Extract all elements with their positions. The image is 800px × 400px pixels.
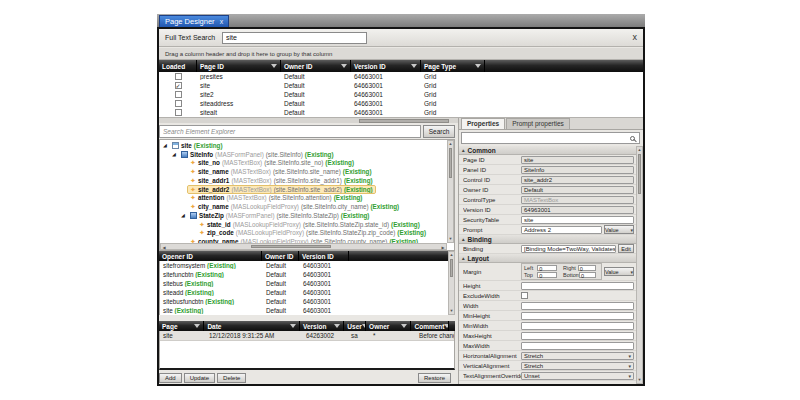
openers-vscrollbar[interactable]: ▲ ▼ [448, 251, 455, 315]
filter-icon[interactable] [290, 324, 296, 328]
prop-value[interactable]: [Binding Mode=TwoWay, ValidatesOnDataErr… [521, 245, 616, 253]
tab-page-designer[interactable]: Page Designer x [159, 15, 229, 27]
prop-value[interactable] [521, 332, 634, 340]
scroll-down-icon[interactable]: ▼ [448, 236, 453, 242]
tree-node[interactable]: ✦state_id(MASLookupFieldProxy)(site.Site… [160, 220, 447, 229]
tree-node[interactable]: ✦attention(MASTextBox)(site.SiteInfo.att… [160, 194, 447, 203]
collapse-icon[interactable]: ▴ [462, 236, 465, 242]
prop-value[interactable] [521, 312, 634, 320]
history-col-page[interactable]: Page [159, 321, 204, 331]
tree-vscrollbar[interactable]: ▲ ▼ [447, 140, 454, 243]
prop-value[interactable] [521, 322, 634, 330]
pages-col-page-id[interactable]: Page ID [197, 60, 281, 72]
pages-grid-row[interactable]: ✓siteDefault64663001Grid [159, 81, 643, 90]
pages-col-page-type[interactable]: Page Type [421, 60, 485, 72]
prop-value[interactable]: Stretch▾ [521, 352, 634, 360]
tree-node[interactable]: ✦site_no(MASTextBox)(site.SiteInfo.site_… [160, 159, 447, 168]
hscrollbar-thumb[interactable] [251, 245, 331, 248]
loaded-checkbox[interactable] [175, 73, 182, 80]
filter-icon[interactable] [341, 64, 347, 68]
pages-col-loaded[interactable]: Loaded [159, 60, 197, 72]
dropdown-arrow-icon[interactable]: ▾ [628, 353, 631, 359]
tab-prompt-properties[interactable]: Prompt properties [506, 118, 570, 129]
section-header-layout[interactable]: ▴Layout [459, 254, 636, 263]
prop-checkbox[interactable] [521, 292, 528, 299]
margin-bottom-input[interactable]: 0 [579, 272, 596, 278]
tree-node[interactable]: ✦zip_code(MASLookupFieldProxy)(site.Site… [160, 229, 447, 238]
expander-icon[interactable]: ◢ [172, 151, 179, 157]
filter-icon[interactable] [411, 64, 417, 68]
loaded-checkbox[interactable] [175, 109, 182, 116]
scroll-up-icon[interactable]: ▲ [637, 147, 642, 153]
vscrollbar-thumb[interactable] [449, 148, 452, 178]
openers-grid-row[interactable]: site (Existing)Default64603001 [160, 306, 448, 315]
openers-grid-row[interactable]: sitebusfuncbtn (Existing)Default64603001 [160, 297, 448, 306]
group-by-bar[interactable]: Drag a column header and drop it here to… [159, 48, 643, 60]
pages-grid-row[interactable]: sitealtDefault64663001Grid [159, 108, 643, 117]
dropdown-arrow-icon[interactable]: ▾ [628, 373, 631, 379]
margin-top-input[interactable]: 0 [537, 272, 557, 278]
pages-col-version-id[interactable]: Version ID [351, 60, 421, 72]
history-col-comment[interactable]: Comment [411, 321, 449, 331]
openers-col-version-id[interactable]: Version ID [299, 251, 349, 261]
history-grid-row[interactable]: site12/12/2018 9:31:25 AM64263002sa*Befo… [160, 331, 454, 341]
prop-value[interactable] [521, 342, 634, 350]
prop-value[interactable] [521, 282, 634, 290]
properties-search-input[interactable] [462, 133, 630, 143]
loaded-checkbox[interactable] [175, 100, 182, 107]
filter-icon[interactable] [475, 64, 481, 68]
scroll-left-icon[interactable]: ◀ [161, 244, 167, 251]
loaded-checkbox[interactable] [175, 91, 182, 98]
filter-icon[interactable] [334, 324, 340, 328]
scroll-down-icon[interactable]: ▼ [637, 377, 642, 383]
pages-col-owner-id[interactable]: Owner ID [281, 60, 351, 72]
openers-grid-row[interactable]: sitefromsystem (Existing)Default64603001 [160, 261, 448, 270]
scroll-right-icon[interactable]: ▶ [440, 244, 446, 251]
value-button[interactable]: Value▾ [604, 267, 634, 276]
update-button[interactable]: Update [184, 373, 215, 383]
prop-value[interactable]: Unset▾ [521, 372, 634, 380]
filter-icon[interactable] [194, 324, 200, 328]
openers-grid-row[interactable]: sitebus (Existing)Default64603001 [160, 279, 448, 288]
section-header-binding[interactable]: ▴Binding [459, 235, 636, 244]
pages-grid-row[interactable]: presitesDefault64663001Grid [159, 72, 643, 81]
prop-value[interactable]: site [521, 216, 634, 224]
add-button[interactable]: Add [159, 373, 182, 383]
history-col-date[interactable]: Date [204, 321, 300, 331]
history-col-version[interactable]: Version [300, 321, 344, 331]
scroll-down-icon[interactable]: ▼ [449, 308, 454, 314]
vscrollbar-thumb[interactable] [450, 259, 453, 277]
tree-node[interactable]: ◢site(Existing) [160, 141, 447, 150]
tree-node[interactable]: ✦site_addr1(MASTextBox)(site.SiteInfo.si… [160, 176, 447, 185]
prop-value[interactable]: Stretch▾ [521, 362, 634, 370]
filter-icon[interactable] [271, 64, 277, 68]
collapse-icon[interactable]: ▴ [462, 255, 465, 261]
prop-value[interactable] [521, 302, 634, 310]
tree-node[interactable]: ✦city_name(MASLookupFieldProxy)(site.Sit… [160, 202, 447, 211]
tree-node[interactable]: ✦site_name(MASTextBox)(site.SiteInfo.sit… [160, 167, 447, 176]
history-col-owner[interactable]: Owner [366, 321, 411, 331]
expander-icon[interactable]: ◢ [181, 212, 188, 218]
openers-col-opener-id[interactable]: Opener ID [159, 251, 262, 261]
openers-col-owner-id[interactable]: Owner ID [262, 251, 299, 261]
margin-left-input[interactable]: 0 [537, 265, 557, 271]
tab-close-icon[interactable]: x [220, 18, 224, 25]
pages-grid-row[interactable]: site2Default64663001Grid [159, 90, 643, 99]
history-col-user[interactable]: User [344, 321, 366, 331]
full-text-search-input[interactable] [222, 32, 367, 44]
tree-node[interactable]: ◢SiteInfo(MASFormPanel)(site.SiteInfo)(E… [160, 150, 447, 159]
tab-properties[interactable]: Properties [461, 118, 505, 129]
value-button[interactable]: Value▾ [604, 225, 634, 234]
prop-value[interactable]: Address 2 [521, 226, 602, 234]
pages-grid-row[interactable]: siteaddressDefault64663001Grid [159, 99, 643, 108]
tree-node[interactable]: ◢StateZip(MASFormPanel)(site.SiteInfo.St… [160, 211, 447, 220]
scroll-up-icon[interactable]: ▲ [448, 141, 453, 147]
openers-grid-row[interactable]: siteadd (Existing)Default64603001 [160, 288, 448, 297]
tree-node[interactable]: ✦site_addr2(MASTextBox)(site.SiteInfo.si… [160, 185, 447, 194]
openers-grid-row[interactable]: sitefuncbtn (Existing)Default64603001 [160, 270, 448, 279]
element-explorer-search-button[interactable]: Search [423, 125, 455, 138]
delete-button[interactable]: Delete [217, 373, 246, 383]
edit-button[interactable]: Edit [618, 244, 634, 253]
scroll-up-icon[interactable]: ▲ [449, 252, 454, 258]
collapse-icon[interactable]: ▴ [462, 147, 465, 153]
